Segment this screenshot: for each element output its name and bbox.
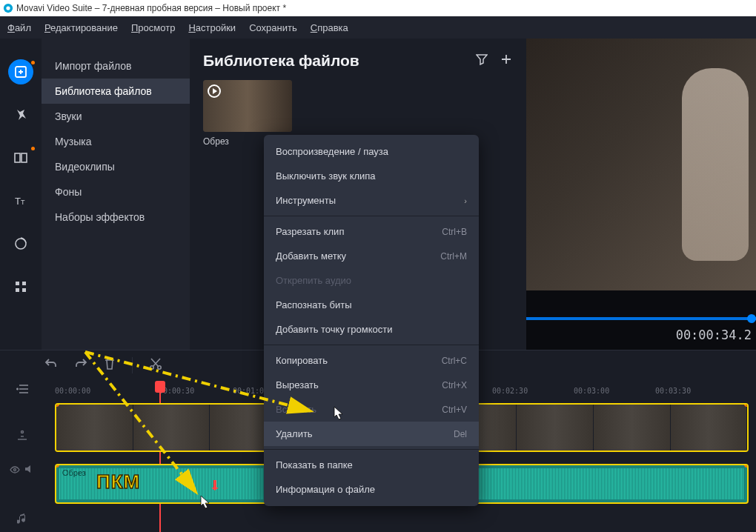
- svg-rect-11: [22, 288, 26, 292]
- side-item[interactable]: Видеоклипы: [42, 154, 190, 179]
- ruler-mark: 00:02:30: [492, 387, 528, 395]
- svg-rect-8: [16, 282, 19, 285]
- context-item[interactable]: Информация о файле: [264, 477, 479, 502]
- filter-icon[interactable]: [476, 53, 488, 68]
- svg-rect-4: [21, 153, 27, 162]
- side-item[interactable]: Фоны: [42, 179, 190, 205]
- svg-rect-16: [213, 480, 216, 488]
- app-icon: [3, 3, 13, 13]
- redo-button[interactable]: [74, 357, 87, 373]
- context-item: Открепить аудио: [264, 268, 479, 293]
- add-track-button[interactable]: [15, 383, 30, 398]
- menu-Настройки[interactable]: Настройки: [188, 22, 236, 33]
- context-item[interactable]: Воспроизведение / пауза: [264, 139, 479, 164]
- menu-Просмотр[interactable]: Просмотр: [131, 22, 175, 33]
- delete-button[interactable]: [104, 357, 116, 373]
- context-item[interactable]: КопироватьCtrl+C: [264, 348, 479, 373]
- menu-Сохранить[interactable]: Сохранить: [249, 22, 297, 33]
- context-separator: [264, 345, 479, 345]
- context-item: ВставитьCtrl+V: [264, 397, 479, 422]
- window-title: Movavi Video Suite – 7-дневная пробная в…: [16, 3, 286, 13]
- music-icon: [17, 513, 27, 528]
- window-titlebar: Movavi Video Suite – 7-дневная пробная в…: [0, 0, 756, 16]
- context-item[interactable]: Разрезать клипCtrl+B: [264, 219, 479, 244]
- eye-icon[interactable]: [10, 463, 20, 476]
- annotation-text: ПКМ: [96, 471, 140, 493]
- menubar: ФайлРедактированиеПросмотрНастройкиСохра…: [0, 16, 756, 39]
- marker-icon: [211, 480, 219, 491]
- context-menu: Воспроизведение / паузаВыключить звук кл…: [264, 135, 479, 506]
- svg-text:T: T: [15, 196, 21, 207]
- context-item[interactable]: ВырезатьCtrl+X: [264, 373, 479, 397]
- svg-rect-9: [22, 282, 26, 285]
- timeline-side-controls: [0, 379, 44, 531]
- svg-text:T: T: [21, 199, 25, 206]
- tool-add-media[interactable]: [8, 59, 33, 84]
- ruler-mark: 00:00:00: [55, 387, 90, 395]
- svg-rect-10: [16, 288, 19, 292]
- content-title: Библиотека файлов: [203, 52, 464, 70]
- menu-Редактирование[interactable]: Редактирование: [44, 22, 118, 33]
- side-panel: Импорт файловБиблиотека файловЗвукиМузык…: [42, 39, 190, 350]
- tool-titles[interactable]: TT: [8, 188, 33, 213]
- context-item[interactable]: Распознать биты: [264, 293, 479, 317]
- ruler-mark: 00:03:00: [574, 387, 609, 395]
- preview-video[interactable]: [526, 39, 756, 290]
- context-item[interactable]: Показать в папке: [264, 453, 479, 477]
- volume-icon[interactable]: [24, 463, 35, 476]
- svg-point-14: [21, 430, 24, 433]
- add-icon[interactable]: [500, 53, 513, 69]
- context-separator: [264, 449, 479, 450]
- preview-timecode: 00:00:34.2: [676, 327, 752, 342]
- track-settings-icon[interactable]: [15, 428, 30, 445]
- side-item[interactable]: Музыка: [42, 129, 190, 154]
- seek-handle[interactable]: [747, 314, 756, 323]
- context-item[interactable]: Выключить звук клипа: [264, 164, 479, 188]
- preview-seek-bar[interactable]: [526, 317, 756, 320]
- tool-transitions[interactable]: [8, 145, 33, 170]
- side-item[interactable]: Библиотека файлов: [42, 79, 190, 104]
- play-overlay-icon: [208, 84, 221, 98]
- preview-panel: 00:00:34.2: [526, 39, 756, 350]
- side-item[interactable]: Звуки: [42, 104, 190, 129]
- cut-button[interactable]: [149, 357, 162, 373]
- menu-Файл[interactable]: Файл: [7, 22, 31, 33]
- side-tool-strip: TT: [0, 39, 42, 350]
- side-item[interactable]: Наборы эффектов: [42, 205, 190, 230]
- audio-track-label: Обрез: [62, 468, 86, 477]
- ruler-mark: 00:03:30: [655, 387, 691, 395]
- undo-button[interactable]: [44, 357, 58, 373]
- svg-point-1: [6, 6, 10, 10]
- content-header: Библиотека файлов: [203, 52, 513, 70]
- context-separator: [264, 216, 479, 216]
- context-item[interactable]: УдалитьDel: [264, 422, 479, 446]
- context-item[interactable]: Добавить меткуCtrl+M: [264, 244, 479, 268]
- cursor-icon: [200, 495, 210, 510]
- tool-stickers[interactable]: [8, 231, 33, 256]
- ruler-mark: 00:01:00: [233, 387, 268, 395]
- tool-more[interactable]: [8, 274, 33, 299]
- tool-filters[interactable]: [8, 102, 33, 127]
- svg-point-15: [14, 468, 16, 471]
- menu-Справка[interactable]: Справка: [311, 22, 348, 33]
- side-item[interactable]: Импорт файлов: [42, 53, 190, 79]
- toolbar-divider: [132, 357, 133, 373]
- cursor-icon: [334, 406, 344, 421]
- context-item[interactable]: Инструменты›: [264, 188, 479, 213]
- context-item[interactable]: Добавить точку громкости: [264, 317, 479, 342]
- svg-rect-3: [15, 153, 20, 162]
